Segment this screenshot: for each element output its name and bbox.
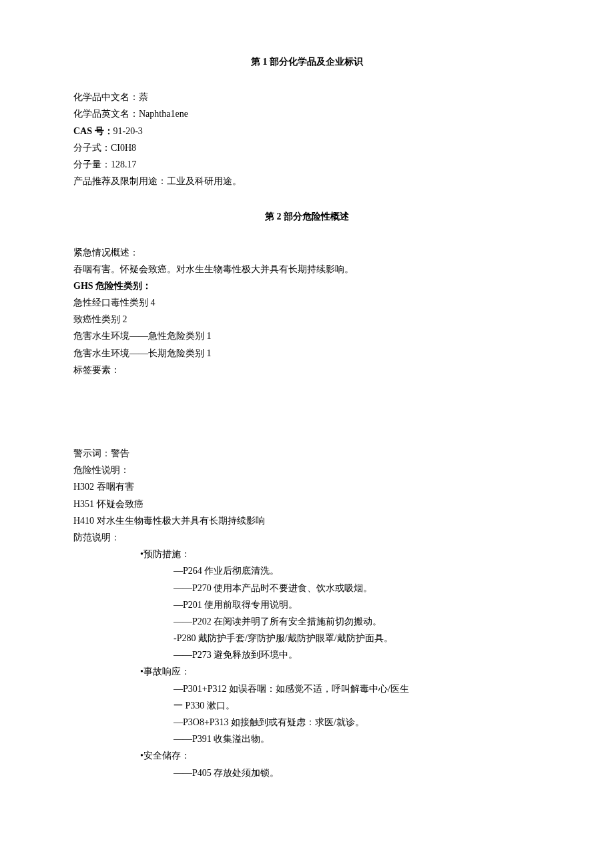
cas-value: 91-20-3 [113, 126, 143, 136]
emergency-label: 紧急情况概述： [73, 244, 541, 261]
hazard-statement: H410 对水生生物毒性极大并具有长期持续影响 [73, 512, 541, 529]
signal-word-row: 警示词：警告 [73, 445, 541, 462]
precaution-label: 防范说明： [73, 529, 541, 546]
section-2-title: 第 2 部分危险性概述 [73, 208, 541, 225]
hazard-statement: H351 怀疑会致癌 [73, 496, 541, 512]
mw-label: 分子量： [73, 159, 111, 169]
prevention-item: ——P202 在阅读并明了所有安全措施前切勿搬动。 [73, 613, 541, 630]
response-item: —P3O8+P313 如接触到或有疑虑：求医/就诊。 [73, 714, 541, 731]
response-item: —P301+P312 如误吞咽：如感觉不适，呼叫解毒中心/医生 [73, 681, 541, 697]
formula-label: 分子式： [73, 143, 111, 153]
mw-row: 分子量：128.17 [73, 156, 541, 173]
prevention-item: —P201 使用前取得专用说明。 [73, 596, 541, 613]
name-cn-row: 化学品中文名：萘 [73, 89, 541, 105]
ghs-category: 急性经口毒性类别 4 [73, 294, 541, 311]
prevention-item: —P264 作业后彻底清洗。 [73, 562, 541, 579]
use-row: 产品推荐及限制用途：工业及科研用途。 [73, 173, 541, 189]
pictogram-placeholder [73, 378, 541, 445]
hazard-statement-label: 危险性说明： [73, 462, 541, 478]
signal-word-value: 警告 [111, 448, 129, 458]
formula-value: CI0H8 [111, 143, 136, 153]
cas-row: CAS 号：91-20-3 [73, 123, 541, 139]
hazard-statement: H302 吞咽有害 [73, 478, 541, 495]
label-element: 标签要素： [73, 362, 541, 378]
storage-heading: •安全储存： [73, 747, 541, 764]
storage-item: ——P405 存放处须加锁。 [73, 765, 541, 781]
prevention-item: ——P273 避免释放到环境中。 [73, 646, 541, 663]
ghs-category: 致癌性类别 2 [73, 311, 541, 328]
section-1-title: 第 1 部分化学品及企业标识 [73, 53, 541, 70]
mw-value: 128.17 [111, 159, 137, 169]
response-item: 一 P330 漱口。 [73, 697, 541, 714]
use-label: 产品推荐及限制用途： [73, 176, 167, 186]
prevention-item: ——P270 使用本产品时不要进食、饮水或吸烟。 [73, 580, 541, 596]
ghs-category: 危害水生环境——急性危险类别 1 [73, 328, 541, 344]
name-en-label: 化学品英文名： [73, 109, 139, 119]
prevention-item: -P280 戴防护手套/穿防护服/戴防护眼罩/戴防护面具。 [73, 630, 541, 646]
signal-word-label: 警示词： [73, 448, 111, 458]
response-heading: •事故响应： [73, 663, 541, 680]
use-value: 工业及科研用途。 [167, 176, 242, 186]
name-en-row: 化学品英文名：Naphtha1ene [73, 105, 541, 122]
name-en-value: Naphtha1ene [139, 109, 188, 119]
ghs-category: 危害水生环境——长期危险类别 1 [73, 345, 541, 362]
response-item: ——P391 收集溢出物。 [73, 731, 541, 747]
name-cn-value: 萘 [139, 92, 148, 102]
ghs-label: GHS 危险性类别： [73, 278, 541, 294]
cas-label: CAS 号： [73, 126, 113, 136]
formula-row: 分子式：CI0H8 [73, 139, 541, 156]
prevention-heading: •预防措施： [73, 546, 541, 562]
name-cn-label: 化学品中文名： [73, 92, 139, 102]
emergency-text: 吞咽有害。怀疑会致癌。对水生生物毒性极大并具有长期持续影响。 [73, 261, 541, 278]
